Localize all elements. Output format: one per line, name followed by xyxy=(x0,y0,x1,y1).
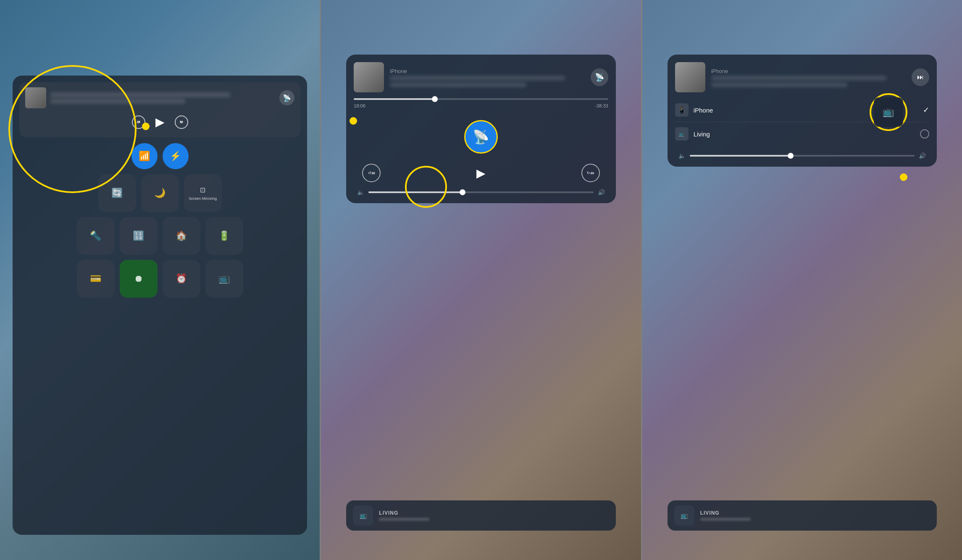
progress-thumb xyxy=(432,96,438,102)
alarm-button[interactable]: ⏰ xyxy=(163,260,200,298)
track-artist-blurred xyxy=(50,99,185,103)
picker-volume-control: 🔈 🔊 xyxy=(675,152,929,159)
progress-times: 18:06 -38:33 xyxy=(354,103,608,108)
album-art-mini xyxy=(25,87,46,108)
apple-tv-icon-living: 📺 xyxy=(674,505,694,526)
skip-forward-button-mini[interactable]: ↻ 30 xyxy=(175,115,188,129)
living-info: LIVING xyxy=(379,510,429,521)
living-label-3: LIVING xyxy=(700,510,751,516)
device-row-iphone[interactable]: 📱 iPhone ✓ xyxy=(675,98,929,122)
panel-device-picker: iPhone ⏭ 📱 iPhone ✓ 📺 Living xyxy=(642,0,962,560)
home-button[interactable]: 🏠 xyxy=(163,217,200,255)
control-center-card: 📡 ↺ 30 ▶ ↻ 30 📶 xyxy=(13,76,307,535)
volume-min-icon: 🔈 xyxy=(357,189,364,196)
album-art-large xyxy=(354,62,384,92)
remaining-time: -38:33 xyxy=(595,103,608,108)
iphone-checkmark: ✓ xyxy=(923,105,929,115)
wifi-button[interactable]: 📶 xyxy=(131,143,158,169)
device-list: 📱 iPhone ✓ 📺 Living xyxy=(675,98,929,146)
track-title-blurred xyxy=(50,93,230,97)
track-artist-bar xyxy=(390,83,526,87)
progress-container: 18:06 -38:33 xyxy=(354,98,608,108)
current-time: 18:06 xyxy=(354,103,365,108)
now-playing-header: iPhone 📡 xyxy=(354,62,608,92)
volume-fill xyxy=(368,191,463,193)
iphone-icon: 📱 xyxy=(675,103,689,117)
appletv-radio-button[interactable] xyxy=(920,129,929,139)
airplay-button-expanded[interactable]: 📡 xyxy=(591,68,608,86)
airplay-button-mini[interactable]: 📡 xyxy=(279,90,294,105)
device-picker-header: iPhone ⏭ xyxy=(675,62,929,92)
playback-controls: ↺30 ▶ ↻30 xyxy=(354,164,608,182)
record-button[interactable]: ⏺ xyxy=(120,260,158,298)
device-row-appletv[interactable]: 📺 Living xyxy=(675,122,929,146)
picker-artist-bar xyxy=(711,83,847,87)
connectivity-row: 📶 ⚡ xyxy=(19,143,300,169)
volume-track[interactable] xyxy=(368,191,593,193)
airplay-large-container: 📡 xyxy=(354,113,608,160)
living-label: LIVING xyxy=(379,510,429,516)
skip-back-button-mini[interactable]: ↺ 30 xyxy=(132,115,145,129)
screen-mirroring-button[interactable]: ⊡ Screen Mirroring xyxy=(184,174,222,212)
utilities-row: 🔄 🌙 ⊡ Screen Mirroring xyxy=(19,174,300,212)
panel-now-playing: iPhone 📡 18:06 -38:33 📡 xyxy=(321,0,641,560)
living-blurred-info-3 xyxy=(700,518,751,521)
picker-volume-thumb xyxy=(788,153,794,159)
now-playing-expanded: iPhone 📡 18:06 -38:33 📡 xyxy=(346,55,615,203)
device-label-picker: iPhone xyxy=(711,68,906,74)
living-card[interactable]: 📺 LIVING xyxy=(346,500,615,531)
album-art-picker xyxy=(675,62,705,92)
progress-fill xyxy=(354,98,435,100)
play-button[interactable]: ▶ xyxy=(476,166,486,180)
picker-volume-fill xyxy=(690,155,791,157)
progress-track[interactable] xyxy=(354,98,608,100)
device-label: iPhone xyxy=(390,68,584,74)
calculator-button[interactable]: 🔢 xyxy=(120,217,158,255)
do-not-disturb-button[interactable]: 🌙 xyxy=(141,174,179,212)
picker-volume-min-icon: 🔈 xyxy=(678,152,686,159)
now-playing-mini-widget: 📡 ↺ 30 ▶ ↻ 30 xyxy=(19,82,300,137)
picker-volume-max-icon: 🔊 xyxy=(919,152,926,159)
appletv-device-name: Living xyxy=(694,131,915,138)
living-blurred-info xyxy=(379,518,429,521)
living-info-3: LIVING xyxy=(700,510,751,521)
bottom-icons-row: 🔦 🔢 🏠 🔋 xyxy=(19,217,300,255)
picker-metadata: iPhone xyxy=(711,68,906,87)
volume-max-icon: 🔊 xyxy=(598,189,605,196)
living-card-3[interactable]: 📺 LIVING xyxy=(668,500,937,531)
volume-control: 🔈 🔊 xyxy=(354,189,608,196)
battery-button[interactable]: 🔋 xyxy=(205,217,243,255)
device-picker-card: iPhone ⏭ 📱 iPhone ✓ 📺 Living xyxy=(668,55,937,167)
screen-mirroring-label: Screen Mirroring xyxy=(189,196,217,201)
panel-control-center: 📡 ↺ 30 ▶ ↻ 30 📶 xyxy=(0,0,320,560)
picker-title-bar xyxy=(711,76,886,80)
play-button-mini[interactable]: ▶ xyxy=(155,115,165,129)
play-pause-button[interactable]: ⏭ xyxy=(912,68,929,86)
iphone-device-name: iPhone xyxy=(694,107,918,114)
apple-tv-icon: 📺 xyxy=(353,505,373,526)
skip-back-button[interactable]: ↺30 xyxy=(362,164,381,182)
airplay-large-button[interactable]: 📡 xyxy=(464,120,498,154)
picker-volume-track[interactable] xyxy=(690,155,915,157)
airplay-button-area: 📡 xyxy=(279,90,294,105)
track-title-bar xyxy=(390,76,565,80)
flashlight-button[interactable]: 🔦 xyxy=(77,217,115,255)
track-metadata: iPhone xyxy=(390,68,584,87)
last-icons-row: 💳 ⏺ ⏰ 📺 xyxy=(19,260,300,298)
bluetooth-button[interactable]: ⚡ xyxy=(163,143,189,169)
skip-forward-button[interactable]: ↻30 xyxy=(581,164,600,182)
wallet-button[interactable]: 💳 xyxy=(77,260,115,298)
remote-button[interactable]: 📺 xyxy=(205,260,243,298)
appletv-icon: 📺 xyxy=(675,127,689,141)
screen-rotation-button[interactable]: 🔄 xyxy=(98,174,136,212)
volume-thumb xyxy=(460,189,465,195)
